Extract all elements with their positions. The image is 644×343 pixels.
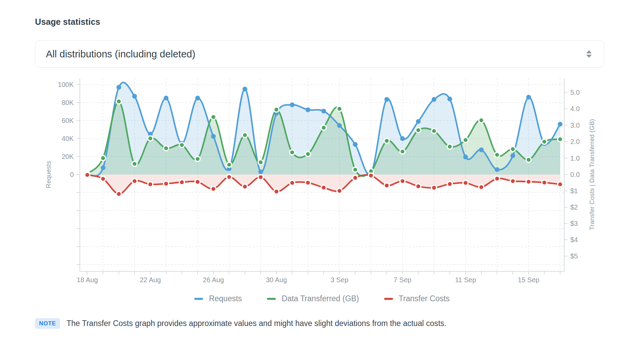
legend-item-data-transferred: Data Transferred (GB) — [267, 294, 359, 303]
note-text: The Transfer Costs graph provides approx… — [67, 319, 447, 328]
svg-text:Transfer Costs | Data Transfer: Transfer Costs | Data Transferred (GB) — [588, 119, 595, 230]
svg-text:15 Sep: 15 Sep — [518, 276, 539, 284]
svg-text:100K: 100K — [58, 81, 74, 88]
distribution-select-value: All distributions (including deleted) — [46, 49, 195, 60]
svg-text:$4: $4 — [570, 236, 578, 243]
svg-text:40K: 40K — [61, 135, 74, 142]
note-badge: NOTE — [35, 318, 60, 329]
svg-text:Requests: Requests — [45, 161, 52, 188]
chart-legend: Requests Data Transferred (GB) Transfer … — [35, 294, 609, 303]
svg-text:$5: $5 — [570, 252, 578, 260]
svg-text:80K: 80K — [61, 99, 74, 106]
svg-text:7 Sep: 7 Sep — [394, 276, 411, 284]
usage-statistics-panel: Usage statistics All distributions (incl… — [0, 0, 644, 329]
page-title: Usage statistics — [35, 17, 609, 27]
data-transferred-swatch — [267, 298, 276, 300]
svg-text:26 Aug: 26 Aug — [203, 276, 224, 284]
svg-text:60K: 60K — [61, 117, 74, 124]
legend-item-transfer-costs: Transfer Costs — [384, 294, 450, 303]
svg-text:4.0: 4.0 — [570, 105, 580, 112]
note-row: NOTE The Transfer Costs graph provides a… — [35, 318, 609, 329]
svg-text:$3: $3 — [570, 220, 578, 227]
svg-text:20K: 20K — [61, 153, 74, 160]
legend-item-requests: Requests — [194, 294, 242, 303]
svg-text:$1: $1 — [570, 187, 578, 195]
svg-text:$2: $2 — [570, 203, 578, 211]
distribution-select[interactable]: All distributions (including deleted) — [35, 40, 604, 68]
svg-text:0: 0 — [70, 171, 74, 178]
svg-text:2.0: 2.0 — [570, 138, 580, 145]
requests-swatch — [194, 298, 203, 300]
svg-text:3.0: 3.0 — [570, 122, 580, 129]
select-up-down-icon — [586, 50, 592, 58]
svg-text:11 Sep: 11 Sep — [455, 276, 476, 284]
svg-text:22 Aug: 22 Aug — [140, 276, 161, 284]
usage-chart: 100K80K60K40K20K05.04.03.02.01.00.0$1$2$… — [35, 76, 609, 290]
svg-text:5.0: 5.0 — [570, 89, 580, 96]
transfer-costs-swatch — [384, 298, 393, 300]
svg-text:0.0: 0.0 — [570, 171, 580, 178]
svg-text:3 Sep: 3 Sep — [330, 276, 348, 284]
svg-text:30 Aug: 30 Aug — [266, 276, 287, 284]
svg-text:18 Aug: 18 Aug — [77, 276, 98, 284]
svg-text:1.0: 1.0 — [570, 155, 580, 162]
usage-chart-canvas: 100K80K60K40K20K05.04.03.02.01.00.0$1$2$… — [35, 76, 606, 289]
